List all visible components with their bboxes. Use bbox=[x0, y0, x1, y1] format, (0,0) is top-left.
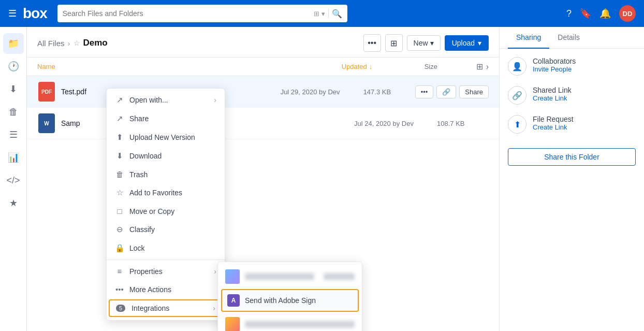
left-sidebar: 📁 🕐 ⬇ 🗑 ☰ 📊 </> ★ bbox=[0, 27, 27, 331]
ctx-lock[interactable]: 🔒 Lock bbox=[107, 239, 225, 257]
sidebar-item-tasks[interactable]: ☰ bbox=[3, 124, 24, 145]
right-panel-tabs: Sharing Details bbox=[500, 27, 644, 49]
ctx-trash[interactable]: 🗑 Trash bbox=[107, 165, 225, 183]
sidebar-item-favorites[interactable]: ★ bbox=[3, 193, 24, 213]
ctx-classify[interactable]: ⊖ Classify bbox=[107, 220, 225, 239]
file-size: 147.3 KB bbox=[363, 88, 415, 96]
breadcrumb: All Files › ☆ Demo bbox=[37, 38, 359, 48]
file-request-section: ⬆ File Request Create Link bbox=[508, 115, 636, 134]
collaborators-label: Collaborators bbox=[533, 57, 636, 65]
search-divider bbox=[328, 9, 329, 18]
upload-dropdown-icon: ▾ bbox=[478, 39, 481, 47]
file-more-button[interactable]: ••• bbox=[415, 85, 434, 98]
col-updated[interactable]: Updated ↓ bbox=[342, 63, 425, 70]
ctx-download-label: Download bbox=[129, 152, 162, 160]
ctx-lock-label: Lock bbox=[129, 244, 145, 252]
file-actions: ••• 🔗 Share bbox=[415, 85, 489, 98]
layout-toggle-button[interactable]: ⊞ bbox=[385, 34, 403, 52]
blur-text-2 bbox=[245, 321, 355, 328]
collaborators-text: Collaborators Invite People bbox=[533, 57, 636, 73]
help-icon[interactable]: ? bbox=[566, 8, 572, 19]
file-link-button[interactable]: 🔗 bbox=[436, 85, 456, 98]
search-bar-right: ⊞ ▾ 🔍 bbox=[314, 9, 342, 19]
breadcrumb-star-icon[interactable]: ☆ bbox=[74, 39, 80, 47]
ctx-properties[interactable]: ≡ Properties › bbox=[107, 262, 225, 280]
ctx-open-with[interactable]: ↗ Open with... › bbox=[107, 91, 225, 109]
right-panel-content: 👤 Collaborators Invite People 🔗 Shared L… bbox=[500, 49, 644, 331]
file-request-icon: ⬆ bbox=[508, 115, 526, 134]
ctx-add-favorites[interactable]: ☆ Add to Favorites bbox=[107, 183, 225, 202]
breadcrumb-current-folder: Demo bbox=[83, 38, 108, 48]
header: ☰ box ⊞ ▾ 🔍 ? 🔖 🔔 DD bbox=[0, 0, 644, 27]
sort-arrow: ↓ bbox=[369, 63, 373, 70]
bookmark-icon[interactable]: 🔖 bbox=[580, 8, 591, 19]
table-view-controls: ⊞ › bbox=[476, 62, 489, 71]
blur-text-1b bbox=[324, 273, 355, 280]
more-options-button[interactable]: ••• bbox=[363, 34, 381, 52]
notification-icon[interactable]: 🔔 bbox=[599, 8, 611, 19]
search-grid-icon: ⊞ ▾ bbox=[314, 10, 325, 18]
favorites-icon: ☆ bbox=[115, 188, 124, 197]
blur-text-1 bbox=[245, 273, 314, 280]
col-name[interactable]: Name bbox=[37, 63, 342, 70]
sidebar-item-recents[interactable]: 🕐 bbox=[3, 56, 24, 77]
ctx-more-actions-label: More Actions bbox=[129, 285, 171, 294]
new-dropdown-icon: ▾ bbox=[430, 39, 434, 47]
ctx-share[interactable]: ↗ Share bbox=[107, 109, 225, 128]
thumb-icon-2 bbox=[225, 317, 240, 331]
tab-details[interactable]: Details bbox=[549, 27, 588, 49]
move-icon: □ bbox=[115, 207, 124, 215]
adobe-sign-icon: A bbox=[227, 294, 240, 307]
avatar[interactable]: DD bbox=[619, 5, 636, 22]
breadcrumb-all-files[interactable]: All Files bbox=[37, 39, 65, 48]
shared-link-text: Shared Link Create Link bbox=[533, 86, 636, 102]
expand-icon[interactable]: › bbox=[486, 62, 489, 71]
adobe-sign-item[interactable]: A Send with Adobe Sign bbox=[221, 289, 359, 312]
upload-icon: ⬆ bbox=[115, 133, 124, 142]
ctx-classify-label: Classify bbox=[129, 225, 155, 234]
sidebar-item-trash[interactable]: 🗑 bbox=[3, 102, 24, 122]
integrations-arrow-icon: › bbox=[213, 304, 215, 312]
file-share-button[interactable]: Share bbox=[459, 85, 489, 98]
collaborators-icon: 👤 bbox=[508, 57, 526, 76]
trash-icon: 🗑 bbox=[115, 170, 124, 179]
search-bar: ⊞ ▾ 🔍 bbox=[57, 5, 347, 22]
upload-button-label: Upload bbox=[452, 39, 475, 47]
breadcrumb-separator: › bbox=[68, 39, 70, 48]
ctx-more-actions[interactable]: ••• More Actions bbox=[107, 280, 225, 298]
ctx-integrations[interactable]: 5 Integrations › bbox=[109, 299, 223, 317]
invite-people-link[interactable]: Invite People bbox=[533, 65, 636, 73]
toolbar: All Files › ☆ Demo ••• ⊞ New ▾ Upload ▾ bbox=[27, 27, 499, 57]
share-folder-button[interactable]: Share this Folder bbox=[508, 148, 636, 166]
file-request-text: File Request Create Link bbox=[533, 115, 636, 131]
ctx-arrow-icon: › bbox=[214, 96, 216, 104]
new-button[interactable]: New ▾ bbox=[407, 35, 441, 51]
ctx-upload-new-version[interactable]: ⬆ Upload New Version bbox=[107, 128, 225, 147]
file-size: 108.7 KB bbox=[437, 120, 489, 127]
ctx-move-label: Move or Copy bbox=[129, 207, 174, 215]
ctx-properties-label: Properties bbox=[129, 267, 163, 276]
ctx-open-with-label: Open with... bbox=[129, 96, 168, 104]
menu-icon[interactable]: ☰ bbox=[8, 8, 17, 19]
sub-menu-blur-item-2 bbox=[218, 313, 362, 331]
file-row: W Samp Jul 24, 2020 by Dev 108.7 KB bbox=[27, 108, 499, 139]
file-updated: Jul 24, 2020 by Dev bbox=[354, 120, 437, 127]
create-link-request[interactable]: Create Link bbox=[533, 123, 636, 131]
tab-sharing[interactable]: Sharing bbox=[508, 27, 549, 49]
search-input[interactable] bbox=[63, 9, 310, 18]
sidebar-item-files[interactable]: 📁 bbox=[3, 33, 24, 54]
ctx-move-copy[interactable]: □ Move or Copy bbox=[107, 202, 225, 220]
properties-icon: ≡ bbox=[115, 267, 124, 276]
lock-icon: 🔒 bbox=[115, 243, 124, 253]
ctx-download[interactable]: ⬇ Download bbox=[107, 147, 225, 165]
download-icon: ⬇ bbox=[115, 151, 124, 161]
sidebar-item-downloads[interactable]: ⬇ bbox=[3, 79, 24, 99]
sidebar-item-developer[interactable]: </> bbox=[3, 170, 24, 191]
ctx-trash-label: Trash bbox=[129, 170, 148, 179]
ctx-share-label: Share bbox=[129, 114, 149, 123]
sidebar-item-analytics[interactable]: 📊 bbox=[3, 147, 24, 168]
grid-view-icon[interactable]: ⊞ bbox=[476, 62, 483, 71]
search-button[interactable]: 🔍 bbox=[332, 9, 342, 19]
create-link-shared[interactable]: Create Link bbox=[533, 94, 636, 102]
upload-button[interactable]: Upload ▾ bbox=[445, 35, 489, 51]
